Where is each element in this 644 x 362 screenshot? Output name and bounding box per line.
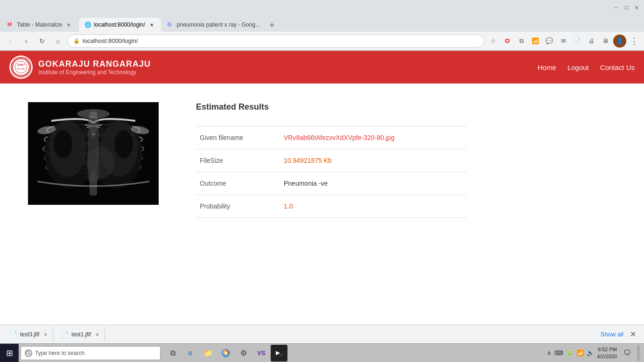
extensions-icon[interactable]: ⧉ — [515, 35, 527, 47]
window-controls: ─ ☐ ✕ — [612, 4, 640, 11]
taskbar-clock: 9:52 PM 4/2/2020 — [597, 346, 617, 360]
download-filename-1: test3.jfif — [20, 331, 39, 338]
nav-home[interactable]: Home — [538, 63, 556, 71]
tab-title-google: pneumonia patient x ray - Goog... — [177, 21, 260, 28]
tray-battery-icon[interactable]: 🔋 — [565, 348, 574, 357]
results-container: Estimated Results Given filename VRv8ab6… — [196, 102, 467, 218]
opera-icon[interactable]: O — [501, 35, 513, 47]
settings-button[interactable]: ⚙ — [235, 345, 252, 362]
tray-up-icon[interactable]: ∧ — [546, 348, 553, 357]
system-tray: ∧ ⌨ 🔋 📶 🔊 — [546, 348, 595, 357]
tab-localhost[interactable]: 🌐 localhost:8000/login/ ✕ — [79, 18, 161, 32]
tab-favicon-google: G — [168, 21, 174, 28]
tray-keyboard-icon[interactable]: ⌨ — [553, 348, 564, 357]
browser-chrome: ─ ☐ ✕ M Table - Materialize ✕ 🌐 localhos… — [0, 0, 644, 51]
show-all-button[interactable]: Show all — [601, 331, 623, 338]
taskbar-middle-buttons: ⧉ e 📁 ⚙ VS ▶_ — [164, 345, 287, 362]
screen-icon[interactable]: 🖥 — [599, 35, 611, 47]
download-chevron-1[interactable]: ∧ — [42, 331, 49, 338]
label-probability: Probability — [196, 195, 280, 218]
minimize-button[interactable]: ─ — [612, 4, 620, 11]
svg-point-27 — [27, 351, 29, 354]
mail-icon[interactable]: ✉ — [557, 35, 569, 47]
value-outcome: Pneumonia -ve — [280, 172, 467, 195]
task-view-button[interactable]: ⧉ — [164, 345, 181, 362]
pdf-icon[interactable]: 📄 — [571, 35, 583, 47]
url-text: localhost:8000/login/ — [83, 37, 138, 44]
clock-date: 4/2/2020 — [597, 353, 617, 360]
download-bar-close[interactable]: ✕ — [627, 329, 638, 340]
tab-close-google[interactable]: ✕ — [263, 21, 265, 28]
table-row: FileSize 10.94921875 Kb — [196, 149, 467, 172]
vs-button[interactable]: VS — [253, 345, 270, 362]
label-filesize: FileSize — [196, 149, 280, 172]
maximize-button[interactable]: ☐ — [623, 4, 630, 11]
table-row: Given filename VRv8ab66tAfezxvXdXVpfe-32… — [196, 126, 467, 149]
show-desktop-button[interactable] — [637, 345, 640, 361]
notification-button[interactable]: 🗨 — [619, 345, 636, 362]
edge-button[interactable]: e — [182, 345, 199, 362]
brand-text: GOKARAJU RANGARAJU Institute of Engineer… — [38, 59, 151, 76]
vpn-icon[interactable]: 📶 — [529, 35, 541, 47]
xray-image — [28, 102, 159, 205]
new-tab-button[interactable]: + — [266, 19, 279, 32]
svg-point-25 — [114, 130, 133, 158]
navbar: GRIET EST. 1997 GOKARAJU RANGARAJU Insti… — [0, 51, 644, 84]
address-icons: ☆ O ⧉ 📶 💬 ✉ 📄 🖨 🖥 👤 ⋮ — [487, 34, 640, 48]
table-row: Probability 1.0 — [196, 195, 467, 218]
folder-button[interactable]: 📁 — [200, 345, 217, 362]
taskbar-right: ∧ ⌨ 🔋 📶 🔊 9:52 PM 4/2/2020 🗨 — [542, 345, 644, 362]
nav-contact[interactable]: Contact Us — [600, 63, 635, 71]
brand-sub: Institute of Engineering and Technology — [38, 69, 151, 76]
tab-favicon-materialize: M — [7, 21, 14, 28]
svg-line-28 — [29, 354, 31, 355]
results-table: Given filename VRv8ab66tAfezxvXdXVpfe-32… — [196, 126, 467, 218]
svg-point-24 — [54, 130, 72, 158]
value-probability: 1.0 — [280, 195, 467, 218]
tab-google[interactable]: G pneumonia patient x ray - Goog... ✕ — [162, 18, 265, 32]
tab-close-localhost[interactable]: ✕ — [148, 21, 155, 28]
reload-button[interactable]: ↻ — [35, 35, 49, 48]
search-icon — [25, 349, 32, 357]
menu-button[interactable]: ⋮ — [628, 34, 640, 48]
tray-volume-icon[interactable]: 🔊 — [586, 348, 595, 357]
tab-title-localhost: localhost:8000/login/ — [94, 21, 145, 28]
logo: GRIET EST. 1997 — [9, 56, 33, 79]
url-box[interactable]: 🔒 localhost:8000/login/ — [67, 35, 484, 48]
svg-text:EST. 1997: EST. 1997 — [17, 68, 25, 70]
terminal-button[interactable]: ▶_ — [271, 345, 287, 362]
taskbar: ⊞ Type here to search ⧉ e 📁 ⚙ VS ▶_ — [0, 343, 644, 362]
brand-name: GOKARAJU RANGARAJU — [38, 59, 151, 69]
back-button[interactable]: ‹ — [4, 35, 17, 48]
tab-materialize[interactable]: M Table - Materialize ✕ — [2, 18, 78, 32]
chrome-button[interactable] — [217, 345, 234, 362]
tab-title-materialize: Table - Materialize — [17, 21, 62, 28]
file-icon-1: 📄 — [9, 331, 17, 338]
clock-time: 9:52 PM — [597, 346, 617, 353]
print-icon[interactable]: 🖨 — [585, 35, 597, 47]
main-area: Estimated Results Given filename VRv8ab6… — [0, 84, 644, 237]
logo-inner: GRIET EST. 1997 — [11, 57, 31, 77]
close-button[interactable]: ✕ — [633, 4, 640, 11]
home-button[interactable]: ⌂ — [51, 35, 64, 48]
svg-point-1 — [15, 61, 27, 73]
tray-network-icon[interactable]: 📶 — [575, 348, 585, 357]
download-bar-right: Show all ✕ — [601, 329, 638, 340]
lock-icon: 🔒 — [73, 38, 80, 44]
page-content: GRIET EST. 1997 GOKARAJU RANGARAJU Insti… — [0, 51, 644, 237]
download-item-2: 📄 test1.jfif ∧ — [57, 327, 105, 341]
download-bar: 📄 test3.jfif ∧ 📄 test1.jfif ∧ Show all ✕ — [0, 325, 644, 343]
navbar-brand: GRIET EST. 1997 GOKARAJU RANGARAJU Insti… — [9, 56, 151, 79]
whatsapp-icon[interactable]: 💬 — [543, 35, 555, 47]
profile-icon[interactable]: 👤 — [613, 35, 626, 48]
nav-logout[interactable]: Logout — [567, 63, 589, 71]
start-button[interactable]: ⊞ — [0, 344, 19, 362]
taskbar-search-box[interactable]: Type here to search — [21, 346, 161, 360]
svg-point-26 — [77, 109, 110, 118]
download-chevron-2[interactable]: ∧ — [94, 331, 101, 338]
svg-point-30 — [224, 352, 227, 355]
tab-close-materialize[interactable]: ✕ — [65, 21, 72, 28]
bookmark-icon[interactable]: ☆ — [487, 35, 499, 47]
tab-bar: M Table - Materialize ✕ 🌐 localhost:8000… — [0, 15, 644, 32]
forward-button[interactable]: › — [20, 35, 33, 48]
